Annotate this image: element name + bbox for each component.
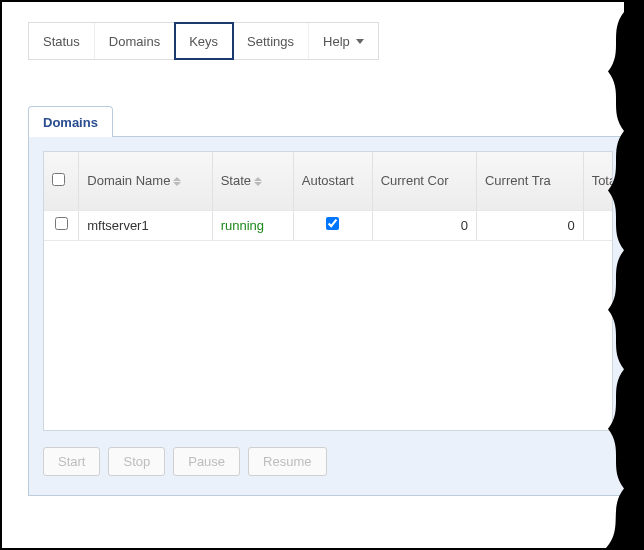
button-label: Pause: [188, 454, 225, 469]
nav-label: Status: [43, 34, 80, 49]
col-current-connections[interactable]: Current Cor: [372, 152, 476, 210]
caret-down-icon: [356, 39, 364, 44]
nav-status[interactable]: Status: [29, 23, 95, 59]
nav-settings[interactable]: Settings: [233, 23, 309, 59]
nav-help[interactable]: Help: [309, 23, 378, 59]
resume-button[interactable]: Resume: [248, 447, 326, 476]
autostart-checkbox[interactable]: [326, 217, 339, 230]
cell-current-connections: 0: [372, 210, 476, 240]
stop-button[interactable]: Stop: [108, 447, 165, 476]
domains-grid: Domain Name State Autostart Current Cor …: [43, 151, 613, 431]
col-label: Autostart: [302, 173, 354, 188]
nav-label: Domains: [109, 34, 160, 49]
col-label: Total Conne: [592, 173, 613, 188]
cell-autostart[interactable]: [293, 210, 372, 240]
sort-icon: [173, 177, 181, 186]
tab-strip: Domains: [28, 106, 628, 136]
start-button[interactable]: Start: [43, 447, 100, 476]
row-select-cell[interactable]: [44, 210, 79, 240]
button-label: Stop: [123, 454, 150, 469]
col-domain-name[interactable]: Domain Name: [79, 152, 212, 210]
nav-label: Keys: [189, 34, 218, 49]
select-all-header[interactable]: [44, 152, 79, 210]
nav-domains[interactable]: Domains: [95, 23, 175, 59]
cell-current-transfers: 0: [476, 210, 583, 240]
nav-keys[interactable]: Keys: [175, 23, 233, 59]
col-label: Domain Name: [87, 173, 170, 188]
col-label: Current Tra: [485, 173, 551, 188]
button-label: Resume: [263, 454, 311, 469]
top-navbar: Status Domains Keys Settings Help: [28, 22, 379, 60]
table-row[interactable]: mftserver1 running 0 0 54 105.87 KiB: [44, 210, 613, 240]
col-label: Current Cor: [381, 173, 449, 188]
nav-label: Settings: [247, 34, 294, 49]
pause-button[interactable]: Pause: [173, 447, 240, 476]
tab-domains[interactable]: Domains: [28, 106, 113, 137]
cell-total-connections: 54: [583, 210, 613, 240]
row-checkbox[interactable]: [55, 217, 68, 230]
nav-label: Help: [323, 34, 350, 49]
action-bar: Start Stop Pause Resume: [43, 447, 613, 476]
col-autostart[interactable]: Autostart: [293, 152, 372, 210]
tab-label: Domains: [43, 115, 98, 130]
button-label: Start: [58, 454, 85, 469]
col-total-connections[interactable]: Total Conne: [583, 152, 613, 210]
cell-domain-name: mftserver1: [79, 210, 212, 240]
col-label: State: [221, 173, 251, 188]
cell-state: running: [212, 210, 293, 240]
col-state[interactable]: State: [212, 152, 293, 210]
select-all-checkbox[interactable]: [52, 173, 65, 186]
sort-icon: [254, 177, 262, 186]
col-current-transfers[interactable]: Current Tra: [476, 152, 583, 210]
tab-panel: Domain Name State Autostart Current Cor …: [28, 136, 628, 496]
